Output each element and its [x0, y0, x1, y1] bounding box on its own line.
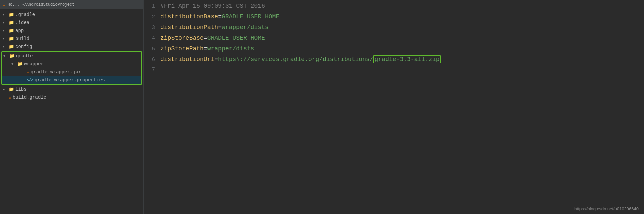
- code-line-2: 2 distributionBase=GRADLE_USER_HOME: [144, 13, 644, 24]
- chevron-icon: ▶: [3, 37, 7, 41]
- chevron-icon: ▼: [11, 62, 16, 66]
- sidebar-item-label: gradle-wrapper.properties: [35, 77, 105, 83]
- watermark-text: https://blog.csdn.net/u010296640: [575, 206, 639, 211]
- sidebar: ☕ Hc... ~/AndroidStudioProject ▶ 📁 .grad…: [0, 0, 144, 214]
- prop-value: wrapper/dists: [207, 45, 254, 52]
- code-line-6: 6 distributionUrl=https\://services.grad…: [144, 56, 644, 67]
- gradle-highlighted-group: ▼ 📁 gradle ▼ 📁 wrapper ☕ gradle-wrapper.…: [1, 51, 142, 85]
- folder-icon: 📁: [9, 87, 14, 92]
- chevron-icon: ▼: [3, 54, 8, 58]
- sidebar-item-app[interactable]: ▶ 📁 app: [0, 27, 143, 35]
- folder-icon: 📁: [9, 28, 14, 33]
- code-line-7: 7: [144, 67, 644, 77]
- prop-key: distributionPath: [160, 24, 218, 31]
- sidebar-item-label: gradle-wrapper.jar: [31, 69, 81, 75]
- props-file-icon: </>: [27, 78, 33, 82]
- sidebar-item-config[interactable]: ▶ 📁 config: [0, 43, 143, 51]
- line-number: 5: [144, 46, 160, 52]
- chevron-icon: ▶: [3, 45, 7, 49]
- sidebar-item-wrapper[interactable]: ▼ 📁 wrapper: [2, 60, 141, 68]
- sidebar-item-gradle-wrapper-props[interactable]: </> gradle-wrapper.properties: [2, 76, 141, 84]
- line-content: distributionUrl=https\://services.gradle…: [160, 56, 644, 63]
- chevron-icon: ▶: [3, 29, 7, 33]
- line-number: 4: [144, 35, 160, 41]
- equals-sign: =: [204, 35, 207, 41]
- equals-sign: =: [218, 24, 222, 31]
- chevron-icon: ▶: [3, 13, 7, 17]
- url-highlighted-part: gradle-3.3-all.zip: [373, 55, 441, 63]
- prop-key: zipStorePath: [160, 45, 204, 52]
- code-editor[interactable]: 1 #Fri Apr 15 09:09:31 CST 2016 2 distri…: [144, 0, 644, 214]
- sidebar-item-label: build.gradle: [13, 95, 46, 100]
- sidebar-item-label: build: [15, 36, 29, 41]
- sidebar-item-gradle[interactable]: ▼ 📁 gradle: [2, 52, 141, 60]
- folder-icon: 📁: [17, 61, 23, 67]
- sidebar-item-build-gradle[interactable]: ☕ build.gradle: [0, 93, 143, 101]
- sidebar-item-label: app: [15, 28, 24, 33]
- sidebar-item-gradle-wrapper-jar[interactable]: ☕ gradle-wrapper.jar: [2, 68, 141, 76]
- prop-value: GRADLE_USER_HOME: [207, 35, 265, 41]
- code-line-5: 5 zipStorePath=wrapper/dists: [144, 45, 644, 56]
- prop-key: zipStoreBase: [160, 35, 204, 41]
- equals-sign: =: [218, 13, 222, 20]
- chevron-icon: ▶: [3, 21, 7, 25]
- code-line-4: 4 zipStoreBase=GRADLE_USER_HOME: [144, 35, 644, 45]
- sidebar-item-build[interactable]: ▶ 📁 build: [0, 35, 143, 43]
- folder-icon: 📁: [9, 53, 15, 59]
- chevron-icon: ▶: [3, 87, 7, 91]
- folder-icon: 📁: [9, 44, 14, 49]
- line-number: 7: [144, 67, 160, 73]
- folder-icon: 📁: [9, 12, 14, 17]
- header-path: ~/AndroidStudioProject: [21, 2, 74, 7]
- prop-key: distributionBase: [160, 13, 218, 20]
- line-number: 6: [144, 57, 160, 63]
- line-content: #Fri Apr 15 09:09:31 CST 2016: [160, 3, 644, 9]
- line-content: zipStoreBase=GRADLE_USER_HOME: [160, 35, 644, 41]
- url-plain: https\://services.gradle.org/distributio…: [218, 56, 373, 63]
- sidebar-item-label: gradle: [16, 53, 33, 59]
- line-number: 1: [144, 3, 160, 9]
- sidebar-item-label: config: [15, 44, 32, 49]
- prop-value: wrapper/dists: [222, 24, 269, 31]
- sidebar-item-dot-gradle[interactable]: ▶ 📁 .gradle: [0, 11, 143, 19]
- sidebar-item-label: libs: [15, 87, 27, 92]
- folder-icon: 📁: [9, 20, 14, 25]
- equals-sign: =: [214, 56, 218, 63]
- java-file-icon: ☕: [27, 69, 29, 75]
- line-content: zipStorePath=wrapper/dists: [160, 45, 644, 52]
- java-file-icon: ☕: [9, 95, 11, 100]
- code-line-1: 1 #Fri Apr 15 09:09:31 CST 2016: [144, 3, 644, 13]
- java-header-icon: ☕: [3, 2, 5, 8]
- sidebar-item-idea[interactable]: ▶ 📁 .idea: [0, 19, 143, 27]
- equals-sign: =: [204, 45, 207, 52]
- line-content: distributionPath=wrapper/dists: [160, 24, 644, 31]
- folder-icon: 📁: [9, 36, 14, 41]
- editor-panel: 1 #Fri Apr 15 09:09:31 CST 2016 2 distri…: [144, 0, 644, 214]
- sidebar-item-label: wrapper: [24, 61, 44, 67]
- prop-key: distributionUrl: [160, 56, 214, 63]
- sidebar-item-label: .gradle: [15, 12, 35, 17]
- file-tree: ▶ 📁 .gradle ▶ 📁 .idea ▶ 📁 app ▶ 📁 build …: [0, 9, 143, 214]
- sidebar-item-label: .idea: [15, 20, 29, 25]
- sidebar-header: ☕ Hc... ~/AndroidStudioProject: [0, 0, 143, 9]
- line-number: 2: [144, 14, 160, 20]
- code-line-3: 3 distributionPath=wrapper/dists: [144, 24, 644, 35]
- prop-value: GRADLE_USER_HOME: [222, 13, 280, 20]
- sidebar-item-libs[interactable]: ▶ 📁 libs: [0, 85, 143, 93]
- line-content: distributionBase=GRADLE_USER_HOME: [160, 13, 644, 20]
- header-title: Hc...: [7, 2, 19, 7]
- line-number: 3: [144, 25, 160, 31]
